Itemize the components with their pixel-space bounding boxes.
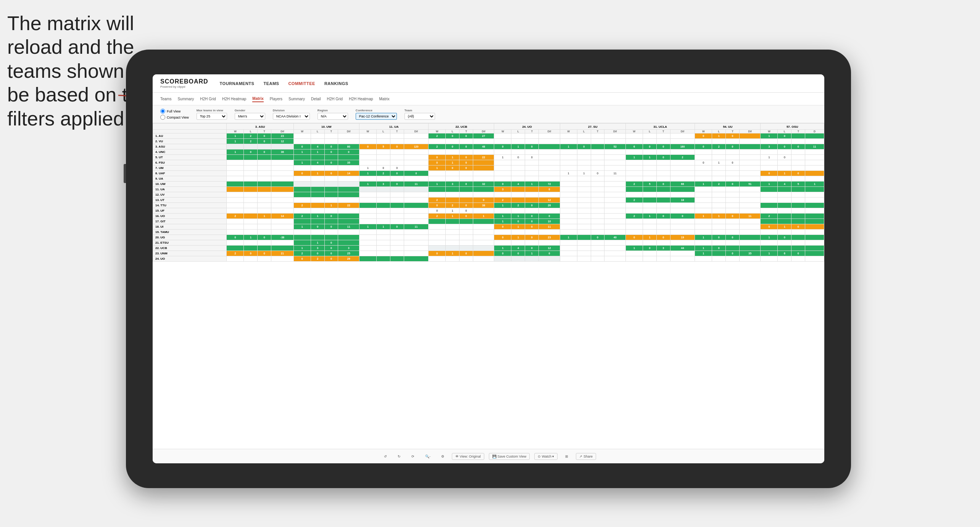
cell-14-2-t	[390, 208, 404, 214]
cell-9-3-l: 3	[446, 182, 459, 187]
max-teams-select[interactable]: Top 25 Top 50 All	[197, 113, 227, 120]
view-original-button[interactable]: 👁 View: Original	[452, 453, 484, 460]
cell-23-0-t	[258, 256, 271, 262]
nav-tournaments[interactable]: TOURNAMENTS	[220, 80, 255, 87]
cell-2-7-v: 0	[695, 144, 712, 149]
cell-10-7-l	[712, 187, 726, 192]
row-label-2: 3. ASU	[153, 144, 227, 149]
subnav-players-matrix[interactable]: Matrix	[379, 96, 390, 102]
subnav-players-summary[interactable]: Summary	[289, 96, 305, 102]
cell-0-0-t: 0	[258, 133, 271, 139]
cell-10-0-l	[244, 187, 258, 192]
bottom-toolbar: ↺ ↻ ⟳ 🔍- ⚙ 👁 View: Original 💾 Save Custo…	[153, 449, 824, 463]
cell-20-8-l	[778, 240, 791, 246]
cell-10-5-t	[591, 187, 604, 192]
cell-17-3-l	[446, 224, 459, 230]
cell-14-4-t	[525, 208, 539, 214]
cell-12-6-d: 18	[670, 198, 695, 203]
cell-14-7-t	[726, 208, 740, 214]
cell-4-2-t	[390, 155, 404, 160]
subnav-h2h-heatmap[interactable]: H2H Heatmap	[222, 96, 246, 102]
cell-16-4-d: 10	[539, 219, 560, 224]
cell-21-3-v	[429, 246, 446, 251]
cell-3-8-l	[778, 149, 791, 155]
nav-items: TOURNAMENTS TEAMS COMMITTEE RANKINGS	[220, 80, 348, 87]
compact-view-input[interactable]	[160, 115, 165, 120]
cell-11-8-l	[778, 192, 791, 198]
cell-8-7-l	[712, 176, 726, 182]
cell-22-2-d	[404, 251, 429, 256]
subnav-players-h2h-grid[interactable]: H2H Grid	[327, 96, 343, 102]
cell-23-0-d	[271, 256, 294, 262]
cell-6-5-l	[577, 165, 591, 171]
cell-21-8-t	[791, 246, 805, 251]
compact-view-radio[interactable]: Compact View	[160, 115, 189, 120]
share-settings-button[interactable]: ⊞	[562, 453, 571, 460]
cell-13-7-d	[739, 203, 761, 208]
redo-button[interactable]: ↻	[395, 453, 404, 460]
subnav-matrix[interactable]: Matrix	[252, 96, 263, 102]
cell-11-2-v	[359, 192, 376, 198]
subnav-summary[interactable]: Summary	[177, 96, 194, 102]
cell-2-8-v: 3	[761, 144, 778, 149]
cell-15-5-t	[591, 214, 604, 219]
cell-0-5-l	[577, 133, 591, 139]
cell-23-8-l	[778, 256, 791, 262]
watch-button[interactable]: ⊙ Watch ▾	[534, 453, 558, 460]
cell-6-8-d	[805, 165, 824, 171]
cell-2-2-t: 0	[390, 144, 404, 149]
region-select[interactable]: N/A West East	[318, 113, 348, 120]
subnav-players-h2h-heatmap[interactable]: H2H Heatmap	[349, 96, 373, 102]
cell-7-8-d	[805, 171, 824, 176]
cell-5-8-t	[791, 160, 805, 165]
cell-5-3-t: 0	[459, 160, 473, 165]
division-select[interactable]: NCAA Division I NCAA Division II	[273, 113, 310, 120]
cell-15-5-l	[577, 214, 591, 219]
cell-11-4-v	[494, 192, 511, 198]
cell-1-2-v	[359, 139, 376, 144]
settings-button[interactable]: ⚙	[438, 453, 447, 460]
cell-23-7-v	[695, 256, 712, 262]
zoom-out-button[interactable]: 🔍-	[422, 453, 434, 460]
gender-select[interactable]: Men's Women's	[235, 113, 265, 120]
cell-17-7-t	[726, 224, 740, 230]
share-button[interactable]: ↗ Share	[576, 453, 596, 460]
nav-teams[interactable]: TEAMS	[263, 80, 279, 87]
nav-rankings[interactable]: RANKINGS	[324, 80, 348, 87]
cell-3-0-t: 0	[258, 149, 271, 155]
cell-10-0-d	[271, 187, 294, 192]
cell-14-2-l	[376, 208, 390, 214]
subnav-detail[interactable]: Detail	[311, 96, 321, 102]
cell-14-0-d	[271, 208, 294, 214]
cell-22-7-l	[712, 251, 726, 256]
cell-2-8-l: 0	[778, 144, 791, 149]
undo-button[interactable]: ↺	[381, 453, 390, 460]
cell-17-5-l	[577, 224, 591, 230]
subnav-h2h-grid[interactable]: H2H Grid	[200, 96, 216, 102]
cell-13-1-t: 1	[324, 203, 338, 208]
row-label-4: 5. UT	[153, 155, 227, 160]
conference-select[interactable]: Pac-12 Conference (All) ACC Big 12 SEC	[356, 113, 397, 120]
cell-12-7-l	[712, 198, 726, 203]
team-select[interactable]: (All)	[405, 113, 435, 120]
subnav-teams[interactable]: Teams	[160, 96, 171, 102]
full-view-radio[interactable]: Full View	[160, 109, 189, 114]
cell-12-3-v: 2	[429, 198, 446, 203]
cell-15-2-d	[404, 214, 429, 219]
table-row: 21. ETSU10	[153, 240, 824, 246]
cell-17-4-d: 11	[539, 224, 560, 230]
uo-t: T	[525, 130, 539, 133]
subnav-players[interactable]: Players	[270, 96, 282, 102]
matrix-container[interactable]: 3. ASU 10. UW 11. UA 22. UCB 24. UO 27. …	[153, 123, 824, 449]
nav-committee[interactable]: COMMITTEE	[288, 80, 315, 87]
refresh-button[interactable]: ⟳	[408, 453, 417, 460]
cell-21-8-d	[805, 246, 824, 251]
cell-19-1-d	[338, 235, 359, 240]
cell-14-8-v	[761, 208, 778, 214]
cell-11-8-d	[805, 192, 824, 198]
division-filter: Division NCAA Division I NCAA Division I…	[273, 109, 310, 120]
full-view-input[interactable]	[160, 109, 165, 114]
cell-13-2-l	[376, 203, 390, 208]
cell-23-7-l	[712, 256, 726, 262]
save-custom-view-button[interactable]: 💾 Save Custom View	[489, 453, 530, 460]
